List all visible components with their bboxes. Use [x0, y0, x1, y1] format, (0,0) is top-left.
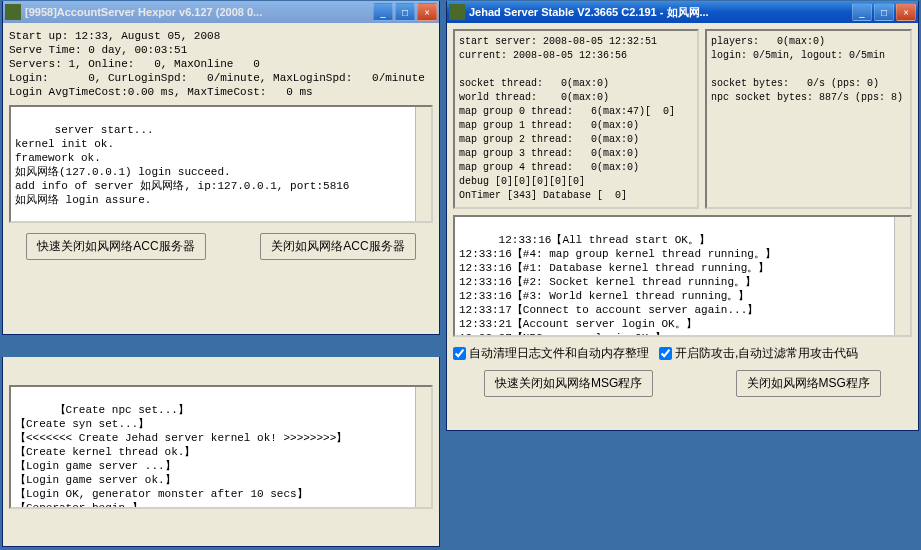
scrollbar[interactable] — [894, 217, 910, 335]
anti-attack-checkbox-label[interactable]: 开启防攻击,自动过滤常用攻击代码 — [659, 345, 858, 362]
maximize-button[interactable]: □ — [395, 3, 415, 21]
quick-close-acc-button[interactable]: 快速关闭如风网络ACC服务器 — [26, 233, 205, 260]
minimize-button[interactable]: _ — [852, 3, 872, 21]
log-content: 12:33:16【All thread start OK。】 12:33:16【… — [459, 234, 776, 337]
log-textarea[interactable]: 12:33:16【All thread start OK。】 12:33:16【… — [453, 215, 912, 337]
log-textarea[interactable]: server start... kernel init ok. framewor… — [9, 105, 433, 223]
log-content: server start... kernel init ok. framewor… — [15, 124, 349, 206]
close-msg-button[interactable]: 关闭如风网络MSG程序 — [736, 370, 881, 397]
minimize-button[interactable]: _ — [373, 3, 393, 21]
window-title: Jehad Server Stable V2.3665 C2.191 - 如风网… — [469, 5, 852, 20]
log-content: 【Create npc set...】 【Create syn set...】 … — [15, 404, 347, 509]
anti-attack-checkbox[interactable] — [659, 347, 672, 360]
npc-server-window: 【Create npc set...】 【Create syn set...】 … — [2, 357, 440, 547]
scrollbar[interactable] — [415, 107, 431, 221]
titlebar[interactable]: Jehad Server Stable V2.3665 C2.191 - 如风网… — [447, 1, 918, 23]
player-stats-panel: players: 0(max:0) login: 0/5min, logout:… — [705, 29, 912, 209]
jehad-server-window: Jehad Server Stable V2.3665 C2.191 - 如风网… — [446, 1, 919, 431]
close-button[interactable]: × — [896, 3, 916, 21]
account-server-window: [9958]AccountServer Hexpor v6.127 (2008 … — [2, 1, 440, 335]
server-stats-panel: start server: 2008-08-05 12:32:51 curren… — [453, 29, 699, 209]
close-acc-button[interactable]: 关闭如风网络ACC服务器 — [260, 233, 415, 260]
status-text: Start up: 12:33, August 05, 2008 Serve T… — [9, 29, 433, 99]
auto-clean-checkbox-label[interactable]: 自动清理日志文件和自动内存整理 — [453, 345, 649, 362]
log-textarea[interactable]: 【Create npc set...】 【Create syn set...】 … — [9, 385, 433, 509]
titlebar[interactable]: [9958]AccountServer Hexpor v6.127 (2008 … — [3, 1, 439, 23]
maximize-button[interactable]: □ — [874, 3, 894, 21]
app-icon — [449, 4, 465, 20]
close-button[interactable]: × — [417, 3, 437, 21]
quick-close-msg-button[interactable]: 快速关闭如风网络MSG程序 — [484, 370, 653, 397]
scrollbar[interactable] — [415, 387, 431, 507]
app-icon — [5, 4, 21, 20]
window-title: [9958]AccountServer Hexpor v6.127 (2008 … — [25, 6, 373, 18]
auto-clean-checkbox[interactable] — [453, 347, 466, 360]
